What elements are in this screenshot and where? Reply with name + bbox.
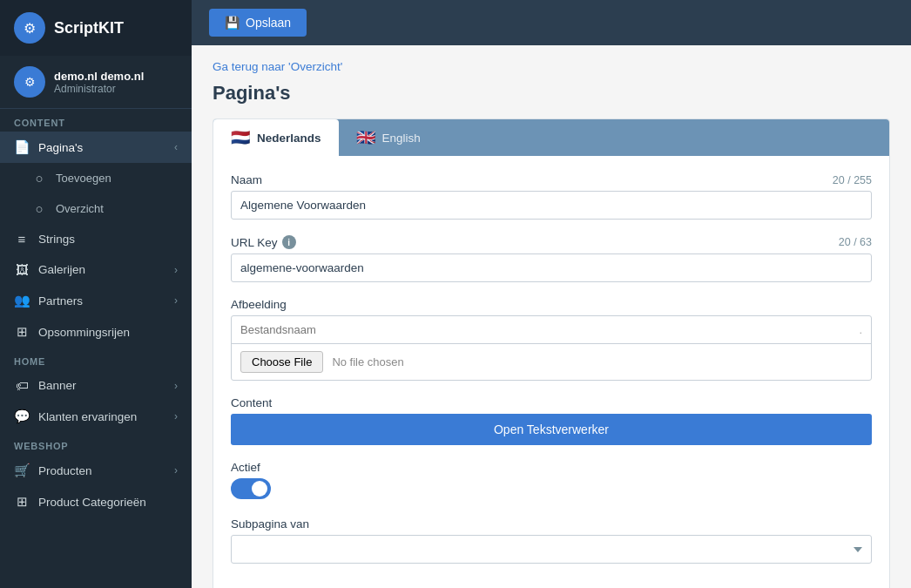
naam-input[interactable] xyxy=(231,191,872,220)
sidebar-item-producten[interactable]: 🛒 Producten › xyxy=(0,455,192,486)
open-editor-button[interactable]: Open Tekstverwerker xyxy=(231,414,872,445)
subpagina-van-select[interactable] xyxy=(231,535,872,564)
sidebar-item-label: Klanten ervaringen xyxy=(38,410,137,423)
content-field-row: Content Open Tekstverwerker xyxy=(231,396,872,445)
circle-icon: ○ xyxy=(31,171,47,186)
filename-input[interactable] xyxy=(240,323,859,336)
opsommingsrijen-icon: ⊞ xyxy=(14,324,30,340)
sidebar: ⚙ ScriptKIT ⚙ demo.nl demo.nl Administra… xyxy=(0,0,192,588)
actief-toggle[interactable] xyxy=(231,478,271,499)
topbar: 💾 Opslaan xyxy=(192,0,911,45)
content-label: Content xyxy=(231,396,272,409)
paginas-icon: 📄 xyxy=(14,139,30,155)
nl-flag-icon: 🇳🇱 xyxy=(231,128,250,147)
sidebar-item-paginas[interactable]: 📄 Pagina's ‹ xyxy=(0,132,192,163)
save-button[interactable]: 💾 Opslaan xyxy=(209,9,307,37)
urlkey-field-row: URL Key i 20 / 63 xyxy=(231,235,872,282)
avatar: ⚙ xyxy=(14,66,45,98)
section-label-webshop: WEBSHOP xyxy=(0,432,192,455)
section-label-content: CONTENT xyxy=(0,109,192,132)
sidebar-item-label: Galerijen xyxy=(38,263,85,276)
sidebar-item-overzicht[interactable]: ○ Overzicht xyxy=(0,193,192,224)
page-title: Pagina's xyxy=(213,82,890,105)
urlkey-info-icon[interactable]: i xyxy=(282,235,296,249)
tab-nl[interactable]: 🇳🇱 Nederlands xyxy=(213,119,339,156)
tab-nl-label: Nederlands xyxy=(257,132,321,145)
sidebar-item-label: Product Categorieën xyxy=(38,496,146,509)
partners-icon: 👥 xyxy=(14,293,30,308)
subpagina-van-field-row: Subpagina van xyxy=(231,517,872,564)
sidebar-item-toevoegen[interactable]: ○ Toevoegen xyxy=(0,163,192,193)
section-label-home: HOME xyxy=(0,348,192,370)
main-content: 💾 Opslaan Ga terug naar 'Overzicht' Pagi… xyxy=(192,0,911,588)
sidebar-item-opsommingsrijen[interactable]: ⊞ Opsommingsrijen xyxy=(0,316,192,348)
sidebar-item-label: Pagina's xyxy=(38,141,83,154)
sidebar-item-partners[interactable]: 👥 Partners › xyxy=(0,285,192,316)
app-name: ScriptKIT xyxy=(54,19,124,37)
afbeelding-label: Afbeelding xyxy=(231,298,287,311)
user-role: Administrator xyxy=(54,83,144,95)
chevron-right-icon: › xyxy=(174,410,178,422)
producten-icon: 🛒 xyxy=(14,463,30,478)
chevron-right-icon: › xyxy=(174,464,178,476)
naam-counter: 20 / 255 xyxy=(833,174,872,186)
user-domain: demo.nl demo.nl xyxy=(54,70,144,83)
sidebar-item-label: Partners xyxy=(38,294,83,308)
form-card: 🇳🇱 Nederlands 🇬🇧 English Naam 20 / 255 xyxy=(213,118,890,588)
form-body: Naam 20 / 255 URL Key i 20 / 63 xyxy=(213,156,889,588)
no-file-text: No file chosen xyxy=(332,355,403,368)
galerijen-icon: 🖼 xyxy=(14,262,30,277)
afbeelding-field-row: Afbeelding . Choose File No file chosen xyxy=(231,298,872,381)
actief-field-row: Actief xyxy=(231,461,872,502)
sidebar-item-label: Producten xyxy=(38,464,92,477)
sidebar-item-galerijen[interactable]: 🖼 Galerijen › xyxy=(0,254,192,285)
sidebar-user: ⚙ demo.nl demo.nl Administrator xyxy=(0,56,192,109)
categorieen-icon: ⊞ xyxy=(14,494,30,510)
sidebar-item-label: Opsommingsrijen xyxy=(38,326,130,339)
logo-icon: ⚙ xyxy=(14,12,45,44)
sidebar-item-klanten-ervaringen[interactable]: 💬 Klanten ervaringen › xyxy=(0,401,192,432)
breadcrumb-link[interactable]: Ga terug naar 'Overzicht' xyxy=(213,60,342,73)
file-input-area: . Choose File No file chosen xyxy=(231,315,872,381)
tab-en[interactable]: 🇬🇧 English xyxy=(339,119,438,156)
toggle-slider xyxy=(231,478,271,499)
chevron-right-icon: › xyxy=(174,380,178,392)
naam-field-row: Naam 20 / 255 xyxy=(231,173,872,220)
save-icon: 💾 xyxy=(225,16,240,30)
content-area: Ga terug naar 'Overzicht' Pagina's 🇳🇱 Ne… xyxy=(192,45,911,588)
choose-file-button[interactable]: Choose File xyxy=(240,351,323,373)
strings-icon: ≡ xyxy=(14,232,30,247)
sidebar-item-label: Strings xyxy=(38,233,75,246)
subpagina-van-label: Subpagina van xyxy=(231,517,309,531)
tab-bar: 🇳🇱 Nederlands 🇬🇧 English xyxy=(213,119,889,156)
sidebar-item-label: Toevoegen xyxy=(56,172,111,185)
chevron-left-icon: ‹ xyxy=(174,141,178,153)
chevron-right-icon: › xyxy=(174,264,178,276)
sidebar-item-product-categorieen[interactable]: ⊞ Product Categorieën xyxy=(0,486,192,517)
en-flag-icon: 🇬🇧 xyxy=(356,128,375,147)
urlkey-input[interactable] xyxy=(231,253,872,282)
sidebar-item-banner[interactable]: 🏷 Banner › xyxy=(0,370,192,401)
sidebar-item-label: Overzicht xyxy=(56,202,104,215)
klanten-icon: 💬 xyxy=(14,409,30,424)
tab-en-label: English xyxy=(382,132,421,145)
urlkey-counter: 20 / 63 xyxy=(839,236,872,248)
sidebar-logo: ⚙ ScriptKIT xyxy=(0,0,192,56)
urlkey-label: URL Key i xyxy=(231,235,296,249)
naam-label: Naam xyxy=(231,173,262,186)
banner-icon: 🏷 xyxy=(14,378,30,393)
circle-icon: ○ xyxy=(31,201,47,216)
sidebar-item-strings[interactable]: ≡ Strings xyxy=(0,224,192,254)
file-dot: . xyxy=(859,323,862,336)
sidebar-item-label: Banner xyxy=(38,379,77,392)
actief-label: Actief xyxy=(231,461,260,474)
save-button-label: Opslaan xyxy=(246,16,291,30)
chevron-right-icon: › xyxy=(174,294,178,307)
